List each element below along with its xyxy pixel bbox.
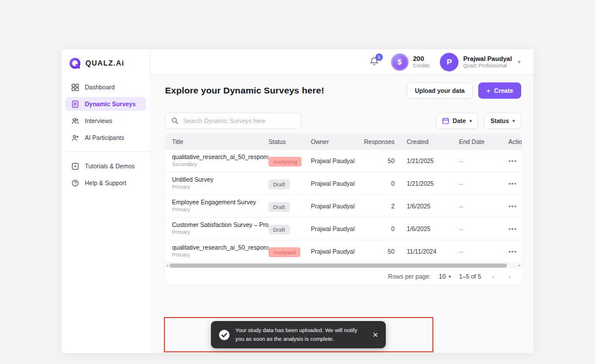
search-box [165,113,301,129]
owner-cell: Prajwal Paudyal [311,248,362,255]
rows-per-page-select[interactable]: 10 ▾ [439,273,451,280]
horizontal-scrollbar[interactable]: ◂ ▸ [165,263,522,268]
column-header: Created [395,138,447,145]
sidebar-item-label: Dynamic Surveys [85,100,136,107]
survey-type: Primary [172,207,268,214]
column-header: Actions [496,138,522,145]
main-content: Explore your Dynamic Surveys here! Uploa… [151,75,533,353]
owner-cell: Prajwal Paudyal [311,225,362,232]
upload-data-button[interactable]: Upload your data [407,82,473,99]
sidebar-item-tutorials-demos[interactable]: Tutorials & Demos [65,159,146,173]
sidebar-divider [62,152,150,152]
sidebar-item-label: AI Participants [85,134,124,141]
toast-message: Your study data has been uploaded. We wi… [235,326,366,343]
created-cell: 1/6/2025 [395,225,447,232]
table-row[interactable]: qualitative_research_ai_50_responses_ Pr… [165,240,522,263]
caret-down-icon: ▾ [469,118,472,124]
calendar-icon [442,117,449,124]
sidebar-item-label: Interviews [85,117,112,124]
user-profile-menu[interactable]: P Prajwal Paudyal Qualz Professional ▾ [440,53,521,71]
search-input[interactable] [183,117,295,124]
row-actions-menu[interactable]: ••• [496,157,522,164]
scroll-left-arrow[interactable]: ◂ [165,263,170,268]
credits-coin-icon: $ [391,53,408,71]
table-row[interactable]: Untitled Survey Primary Draft Prajwal Pa… [165,172,522,195]
column-header: Responses [362,138,395,145]
avatar: P [440,53,458,71]
row-actions-menu[interactable]: ••• [496,180,522,187]
date-filter-button[interactable]: Date ▾ [436,113,478,129]
sidebar-item-label: Tutorials & Demos [85,163,135,170]
table-row[interactable]: qualitative_research_ai_50_responses_ Se… [165,150,522,172]
column-header: End Date [447,138,496,145]
caret-down-icon: ▾ [449,274,451,279]
plus-icon: + [486,87,491,95]
app-window: QUALZ.Ai Dashboard D [62,49,533,353]
sidebar-item-help-support[interactable]: Help & Support [65,176,146,190]
status-badge: Draft [268,202,290,212]
create-button-label: Create [494,87,513,94]
rows-per-page-label: Rows per page: [388,273,431,280]
survey-type: Primary [172,252,268,259]
row-actions-menu[interactable]: ••• [496,248,522,255]
close-icon[interactable]: ✕ [371,331,378,339]
row-actions-menu[interactable]: ••• [496,225,522,232]
notifications-button[interactable]: 1 [369,56,381,68]
end-date-cell: -- [447,203,496,210]
created-cell: 11/11/2024 [395,248,447,255]
column-header: Title [172,138,268,145]
row-actions-menu[interactable]: ••• [496,203,522,210]
create-button[interactable]: + Create [478,82,521,99]
table-row[interactable]: Employee Engagement Survey Primary Draft… [165,195,522,218]
video-tutorial-icon [71,162,79,170]
scroll-right-arrow[interactable]: ▸ [517,263,522,268]
pagination-range: 1–5 of 5 [459,273,481,280]
user-plan: Qualz Professional [463,63,512,70]
survey-type: Secondary [172,161,268,168]
status-badge: Draft [268,225,290,235]
dashboard-icon [71,83,79,91]
column-header: Owner [311,138,362,145]
status-filter-button[interactable]: Status ▾ [484,113,521,129]
sidebar-item-dynamic-surveys[interactable]: Dynamic Surveys [65,97,146,111]
credits-value: 200 [413,55,430,63]
date-filter-label: Date [453,117,466,124]
survey-title: qualitative_research_ai_50_responses_ [172,244,268,252]
sidebar-item-dashboard[interactable]: Dashboard [65,80,146,94]
table-row[interactable]: Customer Satisfaction Survey – Produc Pr… [165,218,522,240]
sidebar-item-label: Help & Support [85,179,126,186]
sidebar-item-interviews[interactable]: Interviews [65,114,146,128]
chevron-down-icon: ▾ [518,59,521,65]
sidebar-item-ai-participants[interactable]: AI Participants [65,131,146,145]
check-circle-icon [218,329,230,341]
qualz-logo-icon [69,57,81,70]
credits-label: Credits [413,63,430,69]
survey-title: qualitative_research_ai_50_responses_ [172,153,268,161]
surveys-table-card: TitleStatusOwnerResponsesCreatedEnd Date… [165,134,522,284]
owner-cell: Prajwal Paudyal [311,180,362,187]
previous-page-button[interactable]: ‹ [489,272,497,281]
survey-document-icon [71,100,79,108]
end-date-cell: -- [447,225,496,232]
created-cell: 1/21/2025 [395,157,447,164]
survey-title: Employee Engagement Survey [172,199,268,207]
survey-title: Customer Satisfaction Survey – Produc [172,221,268,229]
notification-count-badge: 1 [375,53,383,61]
column-header: Status [268,138,311,145]
caret-down-icon: ▾ [512,118,515,124]
search-icon [171,117,178,124]
scrollbar-thumb[interactable] [170,264,507,268]
toast-notification: Your study data has been uploaded. We wi… [211,321,386,348]
status-badge: Analysing [268,157,302,167]
responses-cell: 0 [362,180,395,187]
next-page-button[interactable]: › [506,272,514,281]
status-badge: Analysed [268,247,300,257]
table-header: TitleStatusOwnerResponsesCreatedEnd Date… [165,134,522,150]
end-date-cell: -- [447,248,496,255]
user-name: Prajwal Paudyal [463,55,512,63]
survey-type: Primary [172,229,268,236]
credits-widget[interactable]: $ 200 Credits [391,53,430,71]
survey-title: Untitled Survey [172,176,268,184]
help-circle-icon [71,179,79,187]
responses-cell: 50 [362,248,395,255]
